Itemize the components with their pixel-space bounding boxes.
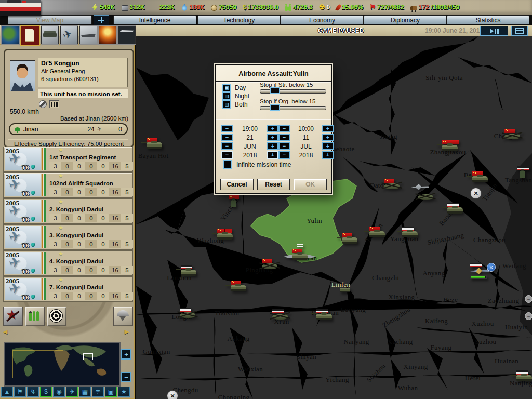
tab-view-map[interactable]: View Map bbox=[8, 15, 92, 24]
heli-unit[interactable] bbox=[504, 129, 520, 139]
checkbox-both[interactable] bbox=[222, 100, 231, 109]
tank-unit[interactable] bbox=[402, 227, 418, 237]
minimap-viewport[interactable] bbox=[83, 353, 93, 360]
unit-list-item[interactable]: 2005✈TR★3. Kongyunji Dadui30000165 bbox=[4, 225, 132, 249]
unit-list-item[interactable]: 2005✈TR★1st Transport Regiment30000165 bbox=[4, 147, 132, 171]
political-mode-button[interactable]: ⚑ bbox=[14, 387, 26, 397]
base-location-pill[interactable]: Jinan 24 ✈ 0 bbox=[9, 123, 128, 135]
minus-time-button[interactable]: − bbox=[278, 125, 290, 132]
victory-points-mode-button[interactable]: ★ bbox=[118, 387, 130, 397]
fighter-unit[interactable]: ✕ bbox=[470, 263, 489, 279]
checkbox-day[interactable] bbox=[222, 84, 231, 92]
world-map-icon[interactable] bbox=[1, 25, 20, 45]
tank-unit[interactable] bbox=[181, 265, 196, 276]
slider-track[interactable] bbox=[260, 89, 326, 94]
scroll-right-icon[interactable]: ▶ bbox=[125, 328, 129, 335]
tank-unit[interactable] bbox=[472, 171, 488, 182]
resources-mode-button[interactable]: ▣ bbox=[105, 387, 117, 397]
pan-map-button[interactable] bbox=[94, 15, 109, 25]
objective-button[interactable] bbox=[47, 307, 66, 326]
battle-icon[interactable]: ✕ bbox=[167, 390, 178, 399]
minus-year-button[interactable]: − bbox=[278, 151, 290, 159]
minimap[interactable] bbox=[4, 342, 121, 387]
minus-month-button[interactable]: − bbox=[278, 142, 290, 150]
air-units-icon[interactable] bbox=[60, 25, 78, 45]
plus-day-button[interactable]: + bbox=[322, 134, 334, 141]
ledger-icon[interactable] bbox=[20, 25, 40, 46]
convoy-icon[interactable]: – bbox=[525, 312, 532, 320]
tab-technology[interactable]: Technology bbox=[197, 15, 281, 24]
heli-unit[interactable] bbox=[180, 308, 195, 318]
scroll-left-icon[interactable]: ◀ bbox=[3, 328, 7, 335]
supplies-mode-button[interactable]: ◉ bbox=[53, 387, 65, 397]
unit-list-item[interactable]: 2005✈TR★102nd Airlift Squadron30000165 bbox=[4, 173, 132, 197]
plane-gray-unit[interactable] bbox=[410, 184, 429, 190]
inf-unit[interactable] bbox=[517, 166, 529, 178]
heli-unit[interactable] bbox=[262, 259, 277, 269]
tab-diplomacy[interactable]: Diplomacy bbox=[364, 15, 447, 24]
checkbox-night[interactable] bbox=[222, 92, 231, 100]
disband-button[interactable] bbox=[3, 307, 23, 326]
tab-intelligence[interactable]: Intelligence bbox=[113, 15, 196, 24]
reorganize-button[interactable] bbox=[25, 307, 45, 326]
minus-day-button[interactable]: − bbox=[278, 134, 290, 141]
tank-unit[interactable] bbox=[147, 138, 162, 149]
aviation-mode-button[interactable]: ✈ bbox=[66, 387, 78, 397]
zoom-in-button[interactable]: + bbox=[121, 349, 131, 360]
fleet-icon[interactable] bbox=[117, 25, 136, 45]
cancel-button[interactable]: Cancel bbox=[220, 179, 254, 190]
land-units-icon[interactable] bbox=[41, 25, 59, 45]
naval-units-icon[interactable] bbox=[79, 25, 98, 45]
infrastructure-mode-button[interactable]: ▦ bbox=[79, 387, 91, 397]
convoy-icon[interactable]: – bbox=[525, 295, 532, 303]
slider-handle[interactable] bbox=[270, 87, 280, 94]
tank-unit[interactable] bbox=[316, 309, 332, 320]
heli-unit[interactable] bbox=[418, 194, 433, 200]
plus-time-button[interactable]: + bbox=[322, 125, 334, 132]
heli-unit[interactable] bbox=[272, 309, 288, 320]
tab-statistics[interactable]: Statistics bbox=[447, 15, 529, 24]
message-log-button[interactable] bbox=[511, 26, 528, 36]
para-unit[interactable] bbox=[292, 244, 308, 260]
minus-month-button[interactable]: − bbox=[221, 142, 233, 150]
plus-month-button[interactable]: + bbox=[267, 142, 278, 150]
zoom-out-button[interactable]: − bbox=[121, 372, 131, 382]
tank-unit[interactable] bbox=[217, 229, 233, 240]
heli-unit[interactable] bbox=[384, 179, 400, 189]
terrain-mode-button[interactable]: ▲ bbox=[1, 387, 13, 397]
economic-mode-button[interactable]: $ bbox=[40, 387, 52, 397]
tank-unit[interactable] bbox=[442, 140, 459, 151]
paradrop-button[interactable] bbox=[113, 307, 133, 326]
minus-time-button[interactable]: − bbox=[221, 125, 233, 132]
nuclear-strike-icon[interactable] bbox=[98, 25, 117, 45]
ok-button[interactable]: OK bbox=[294, 179, 327, 190]
tank-unit[interactable] bbox=[447, 203, 463, 214]
play-pause-button[interactable] bbox=[480, 26, 508, 36]
map-view[interactable]: Sili-yin QotaJiningHuhehaoteBayan HotZha… bbox=[136, 36, 532, 399]
tab-economy[interactable]: Economy bbox=[281, 15, 364, 24]
weather-mode-button[interactable]: ☂ bbox=[92, 387, 104, 397]
inf-unit[interactable] bbox=[229, 195, 239, 207]
tank-unit[interactable] bbox=[516, 370, 532, 381]
plus-day-button[interactable]: + bbox=[267, 134, 278, 141]
plus-year-button[interactable]: + bbox=[322, 151, 334, 159]
infinite-mission-checkbox[interactable] bbox=[223, 160, 232, 169]
battle-icon[interactable]: ✕ bbox=[470, 188, 482, 199]
revolt-risk-mode-button[interactable]: ↯ bbox=[27, 387, 39, 397]
minus-year-button[interactable]: − bbox=[221, 151, 233, 159]
slider-track[interactable] bbox=[260, 106, 326, 110]
plus-year-button[interactable]: + bbox=[267, 151, 278, 159]
unit-list-item[interactable]: 2005✈TR★2. Kongyunji Dadui30000165 bbox=[4, 199, 132, 223]
tank-small-unit[interactable] bbox=[340, 288, 350, 292]
slider-handle[interactable] bbox=[270, 104, 280, 111]
plus-time-button[interactable]: + bbox=[267, 125, 278, 132]
plus-month-button[interactable]: + bbox=[322, 142, 334, 150]
unit-list-item[interactable]: 2005✈TR★7. Kongyunji Dadui30000165 bbox=[4, 277, 132, 301]
minus-day-button[interactable]: − bbox=[221, 134, 233, 141]
tank-unit[interactable] bbox=[369, 227, 385, 237]
tank-unit[interactable] bbox=[231, 281, 246, 291]
reset-button[interactable]: Reset bbox=[257, 179, 290, 190]
tank-unit[interactable] bbox=[342, 233, 357, 244]
unit-list-item[interactable]: 2005✈TR★4. Kongyunji Dadui30000165 bbox=[4, 251, 132, 275]
fuel-drop-icon bbox=[31, 191, 35, 195]
